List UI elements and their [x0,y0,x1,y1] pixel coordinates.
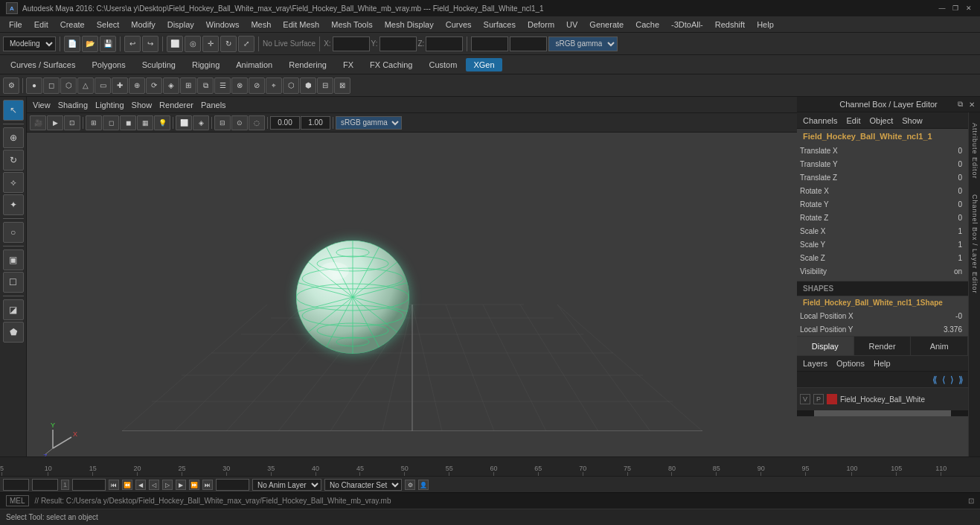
menu-item-redshift[interactable]: Redshift [709,19,751,31]
tool5-btn[interactable]: ⊞ [180,77,196,94]
menu-item-deform[interactable]: Deform [522,19,560,31]
select-button[interactable]: ⬜ [167,36,183,52]
layer-nav-left[interactable]: ⟨ [941,375,947,385]
end-anim-input[interactable]: 120 [72,479,106,491]
panels-menu[interactable]: Panels [201,101,226,109]
menu-item-display[interactable]: Display [161,19,200,31]
tab-rigging[interactable]: Rigging [185,58,227,71]
snap-tool[interactable]: ☐ [3,272,24,293]
cb-shape-attr-row[interactable]: Local Position X-0 [797,309,968,322]
start-frame-input[interactable]: 1 [3,479,29,491]
tab-xgen[interactable]: XGen [466,58,502,71]
poly-cylinder-btn[interactable]: ⬡ [60,77,77,94]
menu-item-edit[interactable]: Edit [28,19,54,31]
panel-close-button[interactable]: ✕ [967,99,977,109]
vp-grid-btn[interactable]: ⊞ [86,115,102,130]
playback-end-input[interactable]: 200 [216,479,249,491]
vp-play-btn[interactable]: ▶ [47,115,63,130]
cb-show-menu[interactable]: Show [899,116,926,125]
cb-attr-row[interactable]: Translate X0 [797,144,968,157]
help-menu-item[interactable]: Help [871,359,894,368]
rotate-tool[interactable]: ↻ [3,150,24,171]
options-menu-item[interactable]: Options [833,359,868,368]
poly-plane-btn[interactable]: ▭ [95,77,111,94]
tab-curves---surfaces[interactable]: Curves / Surfaces [3,58,83,71]
jump-start-btn[interactable]: ⏮ [109,480,119,490]
val1-input[interactable]: 0.00 [471,36,508,51]
val2-input[interactable]: 1.00 [510,36,547,51]
attribute-editor-tab[interactable]: Attribute Editor [970,118,980,184]
menu-item-help[interactable]: Help [751,19,780,31]
gamma-select[interactable]: sRGB gamma [548,36,618,51]
prev-frame-btn[interactable]: ◀ [135,480,146,490]
channel-box-tab[interactable]: Channel Box / Layer Editor [970,190,980,299]
vp-isolate-btn[interactable]: ⬜ [176,115,192,130]
display-tab[interactable]: Display [797,337,854,355]
tool13-btn[interactable]: ⊟ [317,77,333,94]
view-menu[interactable]: View [33,101,51,109]
next-frame-btn[interactable]: ▶ [176,480,186,490]
tool12-btn[interactable]: ⬢ [300,77,316,94]
tool11-btn[interactable]: ⬡ [283,77,299,94]
tool1-btn[interactable]: ✚ [112,77,128,94]
menu-item-uv[interactable]: UV [560,19,583,31]
cb-shape-attr-row[interactable]: Local Position Y3.376 [797,322,968,336]
menu-item-dtoall[interactable]: -3DtoAll- [665,19,709,31]
play-fwd-btn[interactable]: ▷ [162,480,173,490]
lighting-menu[interactable]: Lighting [95,101,124,109]
render-view-tool[interactable]: ◪ [3,299,24,320]
y-input[interactable] [379,36,417,51]
menu-item-select[interactable]: Select [91,19,126,31]
layer-nav-right[interactable]: ⟩ [949,375,955,385]
cb-channels-menu[interactable]: Channels [800,116,840,125]
timeline-ruler[interactable]: 5101520253035404550556065707580859095100… [0,457,980,477]
cb-attr-row[interactable]: Rotate X0 [797,184,968,197]
poly-sphere-btn[interactable]: ● [26,77,42,94]
menu-item-modify[interactable]: Modify [125,19,161,31]
layer-nav-right2[interactable]: ⟫ [957,375,965,385]
cb-attr-row[interactable]: Scale Y1 [797,238,968,251]
cb-attr-row[interactable]: Rotate Y0 [797,197,968,211]
save-scene-button[interactable]: 💾 [100,36,116,52]
undo-button[interactable]: ↩ [124,36,141,52]
vp-val1-input[interactable] [270,116,300,130]
poly-cone-btn[interactable]: △ [77,77,94,94]
menu-item-generate[interactable]: Generate [583,19,630,31]
layer-p-toggle[interactable]: P [813,394,824,404]
select-tool[interactable]: ↖ [3,100,24,121]
tool7-btn[interactable]: ☰ [214,77,231,94]
cb-object-menu[interactable]: Object [866,116,896,125]
open-scene-button[interactable]: 📂 [82,36,98,52]
layer-vis-toggle[interactable]: V [800,394,810,404]
vp-env-btn[interactable]: ⊙ [231,115,248,130]
anim-char-btn[interactable]: 👤 [418,480,429,490]
sphere[interactable] [293,238,412,357]
current-frame-input[interactable]: 1 [32,479,58,491]
close-button[interactable]: ✕ [964,3,974,13]
panel-float-button[interactable]: ⧉ [955,99,965,109]
scale-tool[interactable]: ⟡ [3,172,24,193]
tool4-btn[interactable]: ◈ [163,77,179,94]
show-menu[interactable]: Show [132,101,153,109]
anim-tab[interactable]: Anim [911,337,968,355]
minimize-button[interactable]: — [937,3,947,13]
renderer-menu[interactable]: Renderer [159,101,193,109]
lang-indicator[interactable]: MEL [6,495,29,506]
menu-item-editmesh[interactable]: Edit Mesh [277,19,325,31]
tool8-btn[interactable]: ⊗ [231,77,248,94]
vp-tex-btn[interactable]: ▦ [137,115,153,130]
scale-button[interactable]: ⤢ [238,36,254,52]
jump-end-btn[interactable]: ⏭ [202,480,213,490]
new-scene-button[interactable]: 📄 [64,36,80,52]
mode-select[interactable]: Modeling [3,36,56,51]
vp-val2-input[interactable] [301,116,330,130]
layers-scrollbar[interactable] [797,410,968,416]
universal-tool[interactable]: ✦ [3,194,24,215]
step-back-btn[interactable]: ⏪ [122,480,132,490]
tool14-btn[interactable]: ⊠ [334,77,350,94]
vp-shaded-btn[interactable]: ◼ [120,115,136,130]
cb-edit-menu[interactable]: Edit [843,116,863,125]
menu-item-mesh[interactable]: Mesh [245,19,277,31]
play-back-btn[interactable]: ◁ [149,480,159,490]
settings-btn[interactable]: ⚙ [3,77,19,94]
